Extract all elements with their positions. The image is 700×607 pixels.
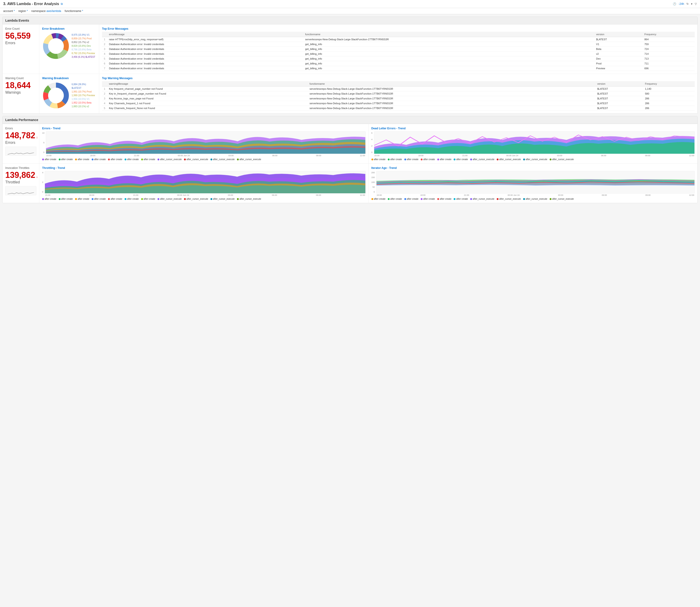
frequency-cell: 286 [643, 106, 695, 111]
perf-row-2: Invocation Throttles 139,862 ↓ Throttled… [2, 163, 698, 203]
row-num: 7 [102, 66, 107, 71]
throttling-trend-title: Throttling - Trend [42, 166, 366, 170]
dead-letter-errors-trend-panel: Dead Letter Errors - Trend 6420 [369, 124, 698, 163]
warning-message-cell: Key in_frequent_channel_page_number not … [107, 91, 308, 96]
table-row: 5 Database Authentication error: Invalid… [102, 56, 695, 61]
col-warning-message: warningMessage [107, 81, 308, 86]
breakdown-legend: 8,975 (15.9%) V1 8,859 (15.7%) Prod 8,85… [72, 33, 95, 59]
filter-account[interactable]: account * [3, 9, 15, 13]
frequency-cell: 714 [642, 51, 695, 56]
row-num: 2 [102, 91, 107, 96]
filter-namespace[interactable]: namespace aws/lambda [31, 9, 61, 13]
warning-breakdown-legend: 6,884 (36.9%) $LATEST 1,991 (10.7%) Prod… [72, 83, 96, 108]
row-num: 5 [102, 106, 107, 111]
functionname-cell: get_billing_info [303, 42, 594, 47]
error-message-cell: Database Authentication error: Invalid c… [107, 61, 303, 66]
error-message-cell: raise HTTPError(http_error_msg, response… [107, 37, 303, 42]
header-right: 🕐 -24h ↻ ▾ ▽ [673, 2, 697, 5]
top-error-messages-title: Top Error Messages [102, 27, 695, 30]
version-cell: Prod [594, 61, 643, 66]
y-axis-errors: 1050 [42, 131, 45, 157]
version-cell: $LATEST [596, 96, 643, 101]
row-num: 3 [102, 47, 107, 51]
table-row: 4 Key Channels_frequent_1 not Found serv… [102, 101, 695, 106]
error-message-cell: Database Authentication error: Invalid c… [107, 47, 303, 51]
lambda-events-title: Lambda Events [2, 17, 698, 24]
functionname-cell: get_billing_info [303, 66, 594, 71]
warning-message-cell: Key Channels_frequent_1 not Found [107, 101, 308, 106]
functionname-cell: serverlessrepo-New-Debug-Slack-Large-Sla… [303, 37, 594, 42]
warning-count-panel: Warning Count 18,644 Warnings [2, 74, 39, 113]
perf-errors-panel: Errors 148,782 ↓ Errors [2, 124, 39, 163]
perf-errors-value: 148,782 [5, 131, 35, 140]
frequency-cell: 864 [642, 37, 695, 42]
functionname-cell: get_billing_info [303, 47, 594, 51]
errors-trend-chart [46, 131, 365, 154]
iterator-legend: after create after create after create a… [372, 198, 695, 200]
iterator-age-chart [376, 171, 695, 193]
time-range[interactable]: -24h [679, 2, 684, 5]
version-cell: Preview [594, 66, 643, 71]
frequency-cell: 286 [643, 101, 695, 106]
y-axis-dead-letter: 6420 [372, 131, 373, 157]
errors-trend-panel: Errors - Trend 1050 [39, 124, 369, 163]
refresh-icon[interactable]: ↻ [686, 2, 689, 5]
col-num [102, 32, 107, 37]
functionname-cell: serverlessrepo-New-Debug-Slack-Large-Sla… [308, 96, 596, 101]
filter-bar: account * · region * · namespace aws/lam… [0, 8, 700, 14]
error-panels-row: Error Count 56,559 Errors Error Breakdow… [2, 24, 698, 74]
table-row: 1 raise HTTPError(http_error_msg, respon… [102, 37, 695, 42]
dead-letter-x-axis: 15:0018:0021:0000:00 Jun 2403:0006:0009:… [374, 154, 695, 157]
frequency-cell: 759 [642, 42, 695, 47]
filter-icon[interactable]: ▽ [695, 2, 697, 5]
error-count-unit: Errors [5, 41, 36, 45]
row-num: 2 [102, 42, 107, 47]
table-row: 7 Database Authentication error: Invalid… [102, 66, 695, 71]
perf-throttles-label: Invocation Throttles [5, 166, 36, 170]
error-message-cell: Database Authentication error: Invalid c… [107, 51, 303, 56]
iterator-age-trend-panel: Iterator Age - Trend 200150100500 [369, 164, 698, 203]
filter-functionname[interactable]: functionname * [65, 9, 83, 13]
y-axis-throttling: 420 [42, 171, 44, 196]
throttling-chart [45, 171, 365, 193]
version-cell: $LATEST [596, 106, 643, 111]
warning-count-value: 18,644 [5, 81, 36, 90]
warning-message-cell: Key frequent_channel_page_number not Fou… [107, 86, 308, 91]
throttling-trend-panel: Throttling - Trend 420 [39, 164, 369, 203]
warning-breakdown-panel: Warning Breakdown [39, 74, 99, 113]
top-warning-messages-panel: Top Warning Messages warningMessage func… [99, 74, 698, 113]
external-link-icon[interactable]: ⧉ [61, 2, 63, 5]
perf-throttles-unit: Throttled [5, 180, 36, 184]
version-cell: Dev [594, 56, 643, 61]
col-error-message: errorMessage [107, 32, 303, 37]
table-row: 1 Key frequent_channel_page_number not F… [102, 86, 695, 91]
top-warning-messages-title: Top Warning Messages [102, 77, 695, 80]
version-cell: V1 [594, 42, 643, 47]
frequency-cell: 1,140 [643, 86, 695, 91]
frequency-cell: 724 [642, 47, 695, 51]
error-message-cell: Database Authentication error: Invalid c… [107, 66, 303, 71]
row-num: 6 [102, 61, 107, 66]
col-version: version [594, 32, 643, 37]
dead-letter-chart [374, 131, 695, 154]
filter-region[interactable]: region * [18, 9, 28, 13]
functionname-cell: serverlessrepo-New-Debug-Slack-Large-Sla… [308, 106, 596, 111]
col-frequency: Frequency [642, 32, 695, 37]
functionname-cell: serverlessrepo-New-Debug-Slack-Large-Sla… [308, 91, 596, 96]
iterator-x-axis: 15:0018:0021:0000:00 Jun 2403:0006:0009:… [376, 194, 695, 196]
perf-throttles-panel: Invocation Throttles 139,862 ↓ Throttled [2, 164, 39, 203]
lambda-performance-section: Lambda Performance Errors 148,782 ↓ Erro… [2, 116, 698, 203]
warning-messages-table: warningMessage functionname version Freq… [102, 81, 695, 111]
frequency-cell: 711 [642, 61, 695, 66]
row-num: 5 [102, 56, 107, 61]
warning-count-label: Warning Count [5, 77, 36, 80]
error-donut-chart [42, 32, 70, 60]
frequency-cell: 286 [643, 96, 695, 101]
row-num: 4 [102, 51, 107, 56]
version-cell: $LATEST [596, 101, 643, 106]
chevron-down-icon[interactable]: ▾ [691, 2, 693, 5]
header-left: 3. AWS Lambda - Error Analysis ⧉ [3, 2, 63, 6]
version-cell: $LATEST [596, 86, 643, 91]
col-version: version [596, 81, 643, 86]
col-functionname: functionname [303, 32, 594, 37]
